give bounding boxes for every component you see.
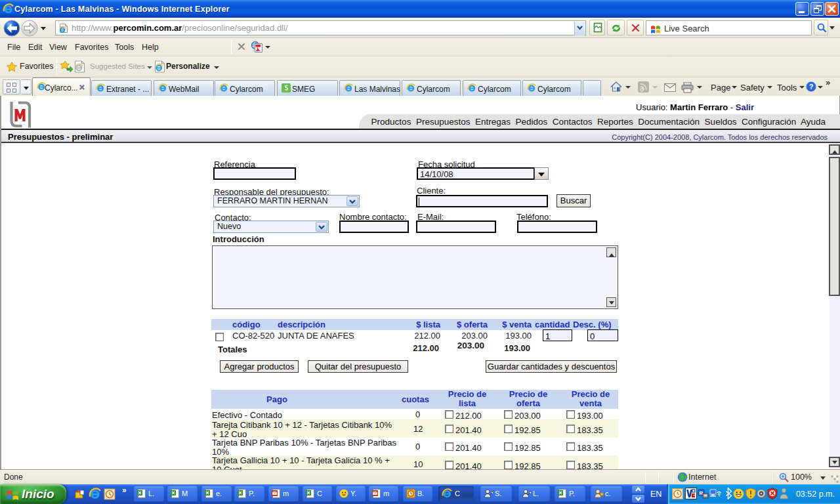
svg-text:?: ? (809, 83, 814, 91)
